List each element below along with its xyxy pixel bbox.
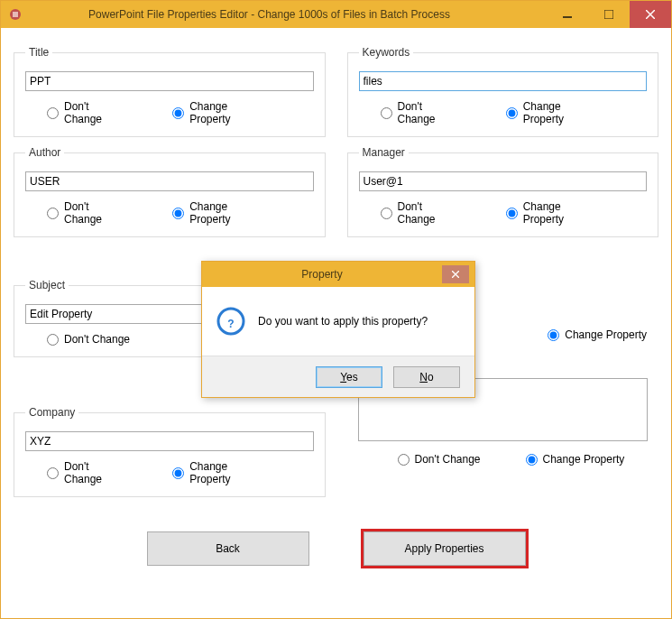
radio-label: Change Property xyxy=(189,460,268,485)
dialog-body: ? Do you want to apply this property? xyxy=(202,287,474,356)
group-title-legend: Title xyxy=(25,46,52,59)
group-subject-legend: Subject xyxy=(25,279,69,291)
title-input[interactable] xyxy=(25,71,314,91)
hidden-radio-change[interactable]: Change Property xyxy=(548,328,647,341)
title-radio-dont-change[interactable]: Don't Change xyxy=(47,100,127,125)
radio-label: Change Property xyxy=(565,328,647,341)
group-manager: Manager Don't Change Change Property xyxy=(347,146,659,237)
svg-rect-1 xyxy=(13,12,18,17)
title-radios: Don't Change Change Property xyxy=(25,100,314,125)
comments-radio-dont-change[interactable]: Don't Change xyxy=(398,453,481,466)
dialog-close-button[interactable] xyxy=(442,265,469,283)
keywords-radios: Don't Change Change Property xyxy=(359,100,648,125)
dialog-titlebar: Property xyxy=(202,262,474,287)
group-company-legend: Company xyxy=(25,406,78,419)
keywords-input[interactable] xyxy=(359,71,648,91)
svg-text:?: ? xyxy=(227,318,234,330)
radio-label: Change Property xyxy=(523,100,602,125)
author-radios: Don't Change Change Property xyxy=(25,200,314,226)
company-radio-change[interactable]: Change Property xyxy=(172,460,268,485)
company-radio-dont-change[interactable]: Don't Change xyxy=(47,460,127,485)
minimize-button[interactable] xyxy=(547,1,588,28)
radio-label: Change Property xyxy=(543,453,625,466)
close-button[interactable] xyxy=(630,1,671,28)
author-radio-change[interactable]: Change Property xyxy=(172,200,268,226)
group-keywords: Keywords Don't Change Change Property xyxy=(347,46,659,137)
group-author-legend: Author xyxy=(25,146,64,159)
radio-label: Don't Change xyxy=(64,333,130,346)
app-icon xyxy=(8,7,23,22)
no-button[interactable]: No xyxy=(393,366,460,388)
radio-label: Change Property xyxy=(523,200,602,226)
author-radio-dont-change[interactable]: Don't Change xyxy=(47,200,127,226)
apply-properties-button[interactable]: Apply Properties xyxy=(364,531,526,566)
group-keywords-legend: Keywords xyxy=(359,46,414,59)
radio-label: Don't Change xyxy=(64,200,127,226)
manager-radio-dont-change[interactable]: Don't Change xyxy=(381,200,461,226)
svg-rect-2 xyxy=(563,16,572,18)
main-window: PowerPoint File Properties Editor - Chan… xyxy=(0,0,672,619)
comments-radio-change[interactable]: Change Property xyxy=(526,453,625,466)
group-author: Author Don't Change Change Property xyxy=(14,146,326,237)
manager-input[interactable] xyxy=(359,171,648,191)
dialog-title: Property xyxy=(202,268,442,281)
titlebar: PowerPoint File Properties Editor - Chan… xyxy=(1,1,671,28)
button-label: No xyxy=(419,371,433,383)
client-area: Title Don't Change Change Property Autho… xyxy=(1,28,671,618)
keywords-radio-dont-change[interactable]: Don't Change xyxy=(381,100,461,125)
comments-radios: Don't Change Change Property xyxy=(358,453,649,466)
keywords-radio-change[interactable]: Change Property xyxy=(506,100,602,125)
yes-button[interactable]: Yes xyxy=(316,366,382,388)
radio-label: Change Property xyxy=(189,200,268,226)
footer-buttons: Back Apply Properties xyxy=(14,531,658,566)
property-dialog: Property ? Do you want to apply this pro… xyxy=(201,261,475,398)
back-button[interactable]: Back xyxy=(147,531,309,566)
radio-label: Don't Change xyxy=(398,100,461,125)
manager-radios: Don't Change Change Property xyxy=(359,200,648,226)
dialog-message: Do you want to apply this property? xyxy=(258,315,428,328)
author-input[interactable] xyxy=(25,171,314,191)
window-title: PowerPoint File Properties Editor - Chan… xyxy=(28,8,547,21)
maximize-button[interactable] xyxy=(588,1,630,28)
subject-radio-dont-change[interactable]: Don't Change xyxy=(47,333,130,346)
button-label: Back xyxy=(216,542,240,555)
group-manager-legend: Manager xyxy=(359,146,409,159)
svg-rect-3 xyxy=(604,10,613,19)
window-controls xyxy=(547,1,671,28)
company-input[interactable] xyxy=(25,431,314,451)
radio-label: Change Property xyxy=(189,100,268,125)
title-radio-change[interactable]: Change Property xyxy=(172,100,268,125)
radio-label: Don't Change xyxy=(64,100,127,125)
question-icon: ? xyxy=(216,307,245,336)
button-label: Apply Properties xyxy=(404,542,483,555)
radio-label: Don't Change xyxy=(64,460,127,485)
group-company: Company Don't Change Change Property xyxy=(14,406,326,497)
company-radios: Don't Change Change Property xyxy=(25,460,314,485)
radio-label: Don't Change xyxy=(398,200,461,226)
group-title: Title Don't Change Change Property xyxy=(14,46,326,137)
dialog-footer: Yes No xyxy=(202,356,474,397)
radio-label: Don't Change xyxy=(415,453,481,466)
manager-radio-change[interactable]: Change Property xyxy=(506,200,602,226)
button-label: Yes xyxy=(340,371,358,383)
